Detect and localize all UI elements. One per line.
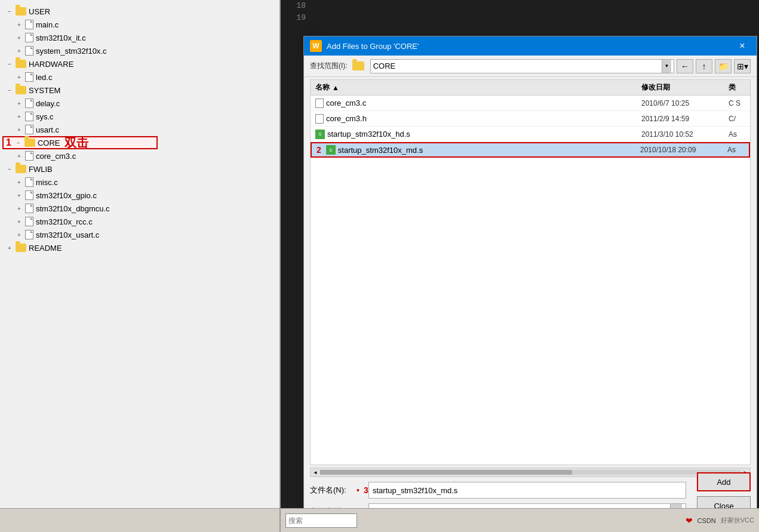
scroll-track[interactable] [320,470,740,475]
tree-label-system-stm32: system_stm32f10x.c [36,47,107,56]
back-icon: ← [681,61,689,71]
tree-item-system[interactable]: − SYSTEM [2,84,277,97]
folder-icon-fwlib [16,165,26,173]
tree-item-rcc-c[interactable]: + stm32f10x_rcc.c [2,215,277,228]
new-folder-icon: 📁 [718,61,729,71]
header-date: 修改日期 [637,82,726,93]
expand-icon-system[interactable]: − [5,85,14,95]
view-icon: ⊞▾ [737,61,748,71]
path-combo-text: CORE [373,61,662,70]
annotation-3: 3 [364,485,368,495]
dialog-title-icon-letter: W [312,42,319,50]
tree-item-user[interactable]: − USER [2,5,277,18]
tree-item-system-stm32[interactable]: + system_stm32f10x.c [2,44,277,57]
tree-item-hardware[interactable]: − HARDWARE [2,57,277,70]
expand-icon-user[interactable]: − [5,7,14,16]
tree-item-gpio-c[interactable]: + stm32f10x_gpio.c [2,189,277,202]
tree-item-misc-c[interactable]: + misc.c [2,176,277,189]
file-icon-misc-c [25,177,33,187]
expand-icon-system-stm32[interactable]: + [14,46,24,56]
up-icon: ↑ [702,61,706,71]
back-button[interactable]: ← [677,59,693,73]
filename-label: 文件名(N): [310,485,364,496]
file-list-header: 名称 ▲ 修改日期 类 [311,80,750,96]
line-18: 18 [281,0,311,12]
path-combo[interactable]: CORE ▼ [370,59,674,73]
expand-icon-main-c[interactable]: + [14,20,24,29]
tree-item-dbgmcu-c[interactable]: + stm32f10x_dbgmcu.c [2,202,277,215]
file-icon-usart2-c [25,230,33,239]
annotation-1: 1 [6,137,11,148]
expand-icon-readme[interactable]: + [5,243,14,253]
file-type-core-cm3-h: C/ [726,115,750,123]
expand-icon-gpio-c[interactable]: + [14,190,24,200]
view-toggle-button[interactable]: ⊞▾ [734,59,751,73]
file-row-core-cm3-c[interactable]: core_cm3.c 2010/6/7 10:25 C S [311,96,750,111]
expand-icon-sys-c[interactable]: + [14,112,24,121]
dialog-close-button[interactable]: × [734,38,751,54]
annotation-dot-3: • [357,485,359,495]
expand-icon-usart-c[interactable]: + [14,125,24,134]
file-type-core-cm3-c: C S [726,99,750,107]
file-name-core-cm3-h: core_cm3.h [311,114,637,124]
up-button[interactable]: ↑ [696,59,712,73]
folder-icon-system [16,86,26,94]
tree-label-readme: README [29,244,62,253]
line-19: 19 [281,12,311,24]
expand-icon-hardware[interactable]: − [5,59,14,69]
tree-item-fwlib[interactable]: − FWLIB [2,162,277,176]
dialog-title: Add Files to Group 'CORE' [327,42,734,51]
tree-item-usart2-c[interactable]: + stm32f10x_usart.c [2,228,277,241]
expand-icon-stm32f10x-it[interactable]: + [14,33,24,42]
expand-icon-core-cm3-c[interactable]: + [14,151,24,161]
expand-icon-dbgmcu-c[interactable]: + [14,204,24,213]
expand-icon-core[interactable]: − [14,138,23,147]
tree-item-core-cm3-c[interactable]: + core_cm3.c [2,149,277,162]
tree-item-delay-c[interactable]: + delay.c [2,97,277,110]
tree-item-readme[interactable]: + README [2,241,277,254]
left-panel-bottom [0,508,281,532]
file-row-core-cm3-h[interactable]: core_cm3.h 2011/2/9 14:59 C/ [311,111,750,127]
tree-item-core[interactable]: 1 − CORE 双击 [2,136,158,149]
tree-label-gpio-c: stm32f10x_gpio.c [36,191,97,200]
annotation-2: 2 [316,145,321,155]
file-row-startup-md-s[interactable]: 2 S startup_stm32f10x_md.s 2010/10/18 20… [311,142,750,158]
scroll-thumb[interactable] [320,470,572,475]
expand-icon-misc-c[interactable]: + [14,177,24,187]
status-text: CSDN [697,517,716,524]
bottom-status-bar: ❤ CSDN 好家伙VCC [281,508,759,532]
horizontal-scrollbar[interactable]: ◄ ► [310,468,751,477]
c-file-icon-core-cm3-c [315,99,324,108]
scroll-left-arrow[interactable]: ◄ [311,468,320,477]
add-button[interactable]: Add [697,472,751,491]
folder-icon-hardware [16,60,26,68]
expand-icon-delay-c[interactable]: + [14,99,24,108]
filename-input[interactable] [368,482,686,499]
close-icon: × [739,41,745,51]
separator: 好家伙VCC [721,516,754,525]
dialog-titlebar: W Add Files to Group 'CORE' × [304,36,757,56]
tree-item-stm32f10x-it[interactable]: + stm32f10x_it.c [2,31,277,44]
tree-label-led-c: led.c [36,73,52,82]
tree-label-dbgmcu-c: stm32f10x_dbgmcu.c [36,204,110,213]
tree-item-usart-c[interactable]: + usart.c [2,123,277,136]
expand-icon-led-c[interactable]: + [14,72,24,82]
tree-item-sys-c[interactable]: + sys.c [2,110,277,123]
tree-label-stm32f10x-it: stm32f10x_it.c [36,33,86,42]
search-input[interactable] [285,513,357,528]
tree-label-core: CORE [38,139,60,147]
new-folder-button[interactable]: 📁 [715,59,732,73]
file-icon-stm32f10x-it [25,33,33,42]
tree-label-system: SYSTEM [29,86,60,95]
file-row-startup-hd-s[interactable]: S startup_stm32f10x_hd.s 2011/3/10 10:52… [311,127,750,142]
file-icon-sys-c [25,112,33,121]
tree-item-main-c[interactable]: + main.c [2,18,277,31]
header-type: 类 [726,82,750,93]
annotation-double-click: 双击 [64,135,88,151]
path-combo-dropdown-arrow[interactable]: ▼ [662,60,671,73]
expand-icon-rcc-c[interactable]: + [14,217,24,226]
tree-label-misc-c: misc.c [36,178,58,187]
expand-icon-fwlib[interactable]: − [5,164,14,174]
tree-item-led-c[interactable]: + led.c [2,70,277,84]
expand-icon-usart2-c[interactable]: + [14,230,24,239]
